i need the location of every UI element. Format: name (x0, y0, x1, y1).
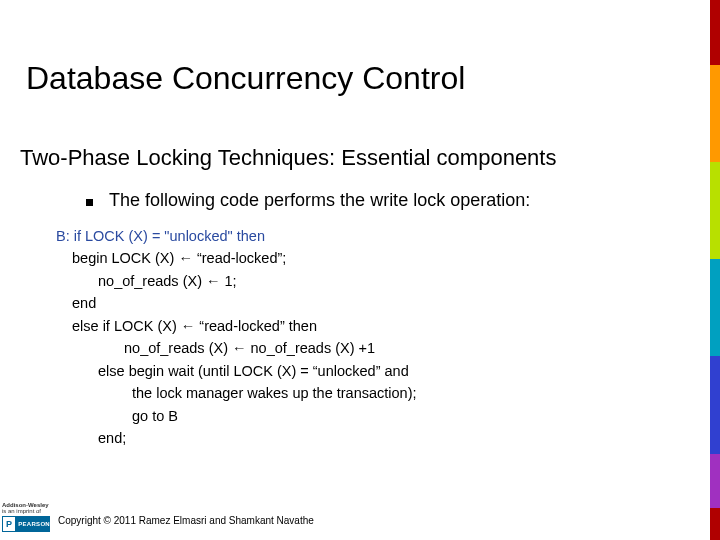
code-line: the lock manager wakes up the transactio… (56, 382, 417, 404)
logo-box: P PEARSON (2, 516, 50, 532)
code-line: go to B (56, 405, 417, 427)
side-stripe (710, 0, 720, 540)
logo-text-sub: is an imprint of (2, 508, 54, 514)
code-line: B: if LOCK (X) = "unlocked" then (56, 225, 417, 247)
bullet-item: The following code performs the write lo… (86, 190, 530, 211)
slide-subtitle: Two-Phase Locking Techniques: Essential … (20, 145, 556, 171)
logo-brand: PEARSON (18, 521, 50, 527)
slide: Database Concurrency Control Two-Phase L… (0, 0, 720, 540)
publisher-logo: Addison-Wesley is an imprint of P PEARSO… (2, 502, 54, 532)
code-line: end (56, 292, 417, 314)
code-line: begin LOCK (X) ← “read-locked”; (56, 247, 417, 269)
code-line: else if LOCK (X) ← “read-locked” then (56, 315, 417, 337)
bullet-icon (86, 199, 93, 206)
code-block: B: if LOCK (X) = "unlocked" then begin L… (56, 225, 417, 450)
bullet-text: The following code performs the write lo… (109, 190, 530, 211)
code-line: no_of_reads (X) ← 1; (56, 270, 417, 292)
slide-title: Database Concurrency Control (26, 60, 465, 97)
code-line: else begin wait (until LOCK (X) = “unloc… (56, 360, 417, 382)
code-line: no_of_reads (X) ← no_of_reads (X) +1 (56, 337, 417, 359)
copyright-footer: Copyright © 2011 Ramez Elmasri and Shamk… (58, 515, 314, 526)
logo-letter: P (3, 517, 15, 531)
code-line: end; (56, 427, 417, 449)
